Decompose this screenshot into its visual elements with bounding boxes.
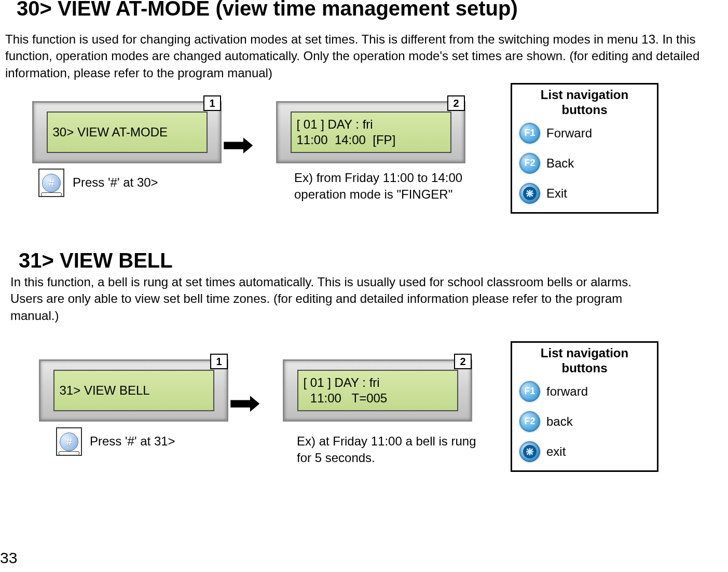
hash-key-icon: #: [56, 427, 82, 456]
step-badge: 1: [203, 95, 221, 111]
nav-buttons-box-31: List navigation buttons F1 forward F2 ba…: [511, 341, 658, 472]
nav-exit-row: exit: [519, 441, 652, 462]
hash-symbol: #: [60, 433, 78, 451]
nav-back-row: F2 Back: [519, 153, 652, 174]
nav-forward-label: forward: [546, 384, 588, 399]
nav-buttons-box-30: List navigation buttons F1 Forward F2 Ba…: [511, 83, 658, 214]
lcd-device-30-2: [ 01 ] DAY : fri 11:00 14:00 [FP] 2: [276, 101, 465, 163]
nav-exit-label: Exit: [546, 186, 567, 201]
hash-key-icon: #: [38, 169, 64, 197]
f1-key-icon: F1: [519, 381, 540, 402]
lcd-device-31-2: [ 01 ] DAY : fri 11:00 T=005 2: [283, 359, 472, 422]
lcd-line: [ 01 ] DAY : fri: [297, 117, 445, 132]
lcd-device-30-1: 30> VIEW AT-MODE 1: [32, 101, 222, 163]
f1-key-icon: F1: [519, 123, 540, 144]
nav-exit-row: Exit: [519, 183, 652, 204]
page: 30> VIEW AT-MODE (view time management s…: [0, 0, 728, 572]
step-badge: 2: [454, 354, 472, 369]
nav-exit-label: exit: [546, 444, 566, 459]
hash-symbol: #: [42, 174, 61, 192]
arrow-right-icon: ➡: [228, 387, 260, 419]
exit-key-icon: [519, 183, 540, 204]
lcd-line: 11:00 14:00 [FP]: [297, 132, 445, 148]
nav-forward-row: F1 forward: [519, 381, 652, 402]
nav-back-row: F2 back: [519, 411, 652, 432]
exit-key-icon: [519, 441, 540, 462]
press-instruction-30: Press '#' at 30>: [73, 174, 158, 191]
press-instruction-31: Press '#' at 31>: [90, 433, 175, 450]
nav-title: List navigation buttons: [517, 88, 652, 118]
lcd-device-31-1: 31> VIEW BELL 1: [39, 359, 228, 422]
lcd-line: [ 01 ] DAY : fri: [304, 375, 452, 390]
lcd-screen-31-2: [ 01 ] DAY : fri 11:00 T=005: [297, 370, 458, 411]
step-badge: 2: [447, 95, 465, 111]
nav-title: List navigation buttons: [517, 346, 652, 376]
nav-back-label: back: [546, 414, 573, 429]
nav-forward-label: Forward: [546, 126, 592, 141]
lcd-line: 11:00 T=005: [304, 390, 452, 406]
section-30-heading: 30> VIEW AT-MODE (view time management s…: [17, 0, 518, 21]
section-31-description: In this function, a bell is rung at set …: [10, 274, 646, 324]
nav-back-label: Back: [546, 156, 574, 171]
example-text-31: Ex) at Friday 11:00 a bell is rung for 5…: [297, 433, 476, 467]
section-30-description: This function is used for changing activ…: [5, 31, 727, 81]
lcd-line: 31> VIEW BELL: [60, 383, 208, 398]
section-31-heading: 31> VIEW BELL: [19, 248, 173, 273]
example-text-30: Ex) from Friday 11:00 to 14:00 operation…: [294, 170, 462, 203]
step-badge: 1: [210, 354, 228, 369]
f2-key-icon: F2: [519, 411, 540, 432]
f2-key-icon: F2: [519, 153, 540, 174]
lcd-screen-31-1: 31> VIEW BELL: [53, 370, 214, 411]
lcd-line: 30> VIEW AT-MODE: [53, 124, 201, 140]
lcd-screen-30-1: 30> VIEW AT-MODE: [47, 111, 208, 153]
nav-forward-row: F1 Forward: [519, 123, 652, 144]
page-number: 33: [0, 549, 17, 567]
lcd-screen-30-2: [ 01 ] DAY : fri 11:00 14:00 [FP]: [291, 111, 451, 153]
arrow-right-icon: ➡: [222, 129, 254, 161]
